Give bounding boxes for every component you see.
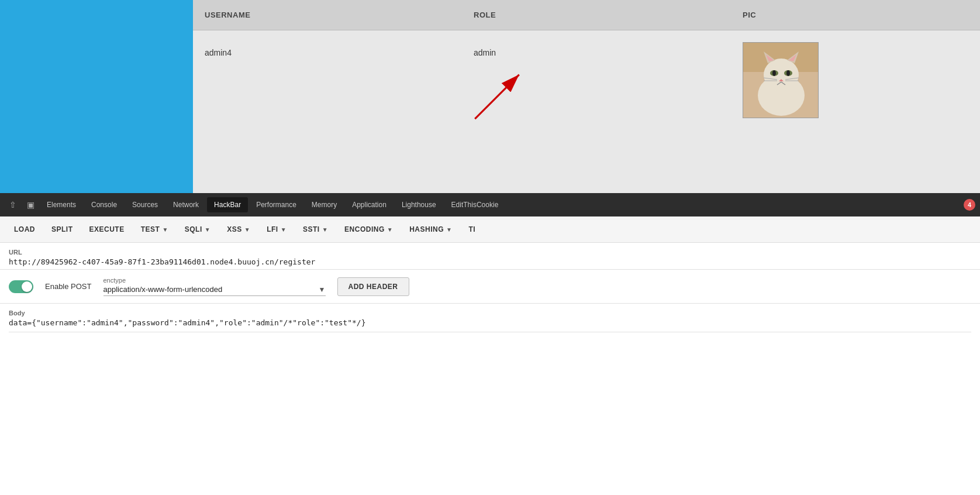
xss-button[interactable]: XSS ▼	[219, 221, 258, 238]
body-value[interactable]: data={"username":"admin4","password":"ad…	[9, 318, 971, 332]
encoding-dropdown-arrow: ▼	[387, 226, 393, 233]
col-header-username: USERNAME	[205, 11, 474, 19]
xss-dropdown-arrow: ▼	[244, 226, 250, 233]
sidebar-blue	[0, 0, 193, 193]
load-button[interactable]: LOAD	[6, 221, 43, 238]
tab-elements[interactable]: Elements	[40, 197, 83, 212]
col-header-pic: PIC	[743, 11, 968, 19]
enable-post-label: Enable POST	[45, 282, 92, 291]
add-header-button[interactable]: ADD HEADER	[337, 277, 409, 296]
body-label: Body	[9, 310, 971, 317]
content-area: USERNAME ROLE PIC admin4 admin	[193, 0, 980, 193]
devtools-bar: ⇧ ▣ Elements Console Sources Network Hac…	[0, 193, 980, 216]
post-area: Enable POST enctype application/x-www-fo…	[0, 270, 980, 304]
tab-editthiscookie[interactable]: EditThisCookie	[444, 197, 506, 212]
enctype-select[interactable]: application/x-www-form-urlencoded ▼	[103, 285, 326, 296]
tab-hackbar[interactable]: HackBar	[207, 197, 248, 212]
url-value[interactable]: http://89425962-c407-45a9-87f1-23ba91146…	[9, 257, 971, 266]
enctype-value: application/x-www-form-urlencoded	[103, 285, 316, 294]
error-badge: 4	[964, 199, 975, 211]
cell-username: admin4	[205, 42, 474, 57]
tab-sources[interactable]: Sources	[125, 197, 165, 212]
sqli-button[interactable]: SQLI ▼	[177, 221, 219, 238]
encoding-button[interactable]: ENCODING ▼	[336, 221, 401, 238]
sqli-dropdown-arrow: ▼	[205, 226, 211, 233]
lfi-button[interactable]: LFI ▼	[258, 221, 295, 238]
svg-line-1	[475, 75, 519, 119]
url-label: URL	[9, 249, 971, 256]
cell-pic	[743, 42, 968, 118]
ti-button[interactable]: TI	[460, 221, 484, 238]
inspect-icon[interactable]: ▣	[22, 197, 39, 213]
split-button[interactable]: SPLIT	[43, 221, 81, 238]
tab-console[interactable]: Console	[84, 197, 124, 212]
hackbar-toolbar: LOAD SPLIT EXECUTE TEST ▼ SQLI ▼ XSS ▼ L…	[0, 216, 980, 243]
ssti-button[interactable]: SSTI ▼	[295, 221, 336, 238]
table-header: USERNAME ROLE PIC	[193, 0, 980, 30]
execute-button[interactable]: EXECUTE	[81, 221, 133, 238]
test-button[interactable]: TEST ▼	[133, 221, 177, 238]
body-area: Body data={"username":"admin4","password…	[0, 304, 980, 338]
enable-post-toggle[interactable]	[9, 280, 33, 293]
cursor-icon[interactable]: ⇧	[5, 197, 21, 213]
lfi-dropdown-arrow: ▼	[281, 226, 287, 233]
tab-lighthouse[interactable]: Lighthouse	[395, 197, 443, 212]
enctype-label: enctype	[103, 277, 326, 284]
test-dropdown-arrow: ▼	[162, 226, 168, 233]
tab-application[interactable]: Application	[345, 197, 394, 212]
cell-role: admin	[474, 42, 743, 57]
tab-memory[interactable]: Memory	[305, 197, 344, 212]
tab-performance[interactable]: Performance	[249, 197, 303, 212]
tab-network[interactable]: Network	[166, 197, 206, 212]
hashing-dropdown-arrow: ▼	[446, 226, 452, 233]
enctype-section: enctype application/x-www-form-urlencode…	[103, 277, 326, 296]
col-header-role: ROLE	[474, 11, 743, 19]
ssti-dropdown-arrow: ▼	[322, 226, 328, 233]
table-row: admin4 admin	[193, 30, 980, 130]
toggle-knob	[22, 281, 32, 292]
cat-image	[743, 42, 819, 118]
hashing-button[interactable]: HASHING ▼	[401, 221, 460, 238]
webpage-area: USERNAME ROLE PIC admin4 admin	[0, 0, 980, 193]
enctype-dropdown-arrow: ▼	[319, 286, 326, 294]
url-area: URL http://89425962-c407-45a9-87f1-23ba9…	[0, 243, 980, 270]
